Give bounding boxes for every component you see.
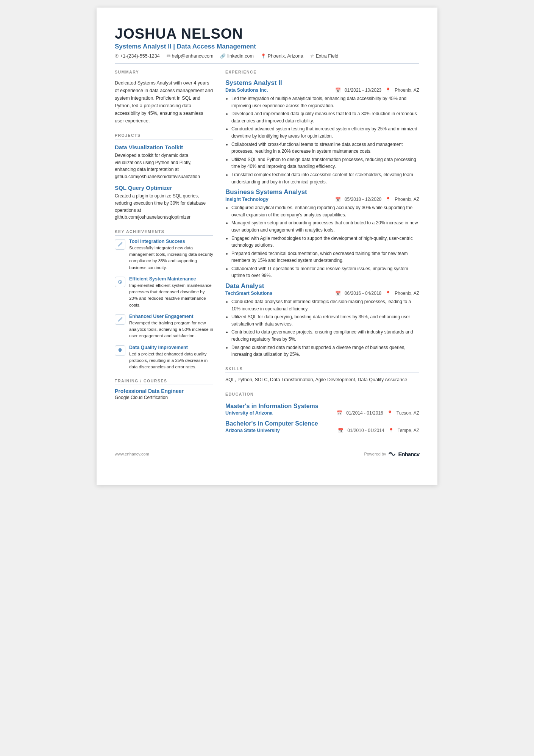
summary-label: SUMMARY <box>115 70 213 76</box>
footer-url: www.enhancv.com <box>115 452 149 456</box>
calendar-icon-edu0: 📅 <box>337 410 342 416</box>
achievement-title-1: Efficient System Maintenance <box>129 276 213 282</box>
exp-title-2: Data Analyst <box>225 282 419 290</box>
achievement-icon-2 <box>115 314 125 325</box>
main-layout: SUMMARY Dedicated Systems Analyst with o… <box>115 70 419 433</box>
exp-dates-loc-1: 📅 05/2018 - 12/2020 📍 Phoenix, AZ <box>335 197 419 202</box>
training-label: TRAINING / COURSES <box>115 379 213 385</box>
exp-title-1: Business Systems Analyst <box>225 188 419 196</box>
achievement-icon-1 <box>115 277 125 287</box>
edu-meta-0: University of Arizona 📅 01/2014 - 01/201… <box>225 410 419 416</box>
brand-name: Enhancv <box>398 451 419 457</box>
education-label: EDUCATION <box>225 392 419 398</box>
email-icon: ✉ <box>167 53 170 59</box>
achievement-item-3: Data Quality Improvement Led a project t… <box>115 345 213 371</box>
experience-item-2: Data Analyst TechSmart Solutions 📅 06/20… <box>225 282 419 358</box>
calendar-icon-2: 📅 <box>335 291 341 296</box>
achievement-desc-3: Led a project that enhanced data quality… <box>129 351 213 371</box>
footer-brand: Powered by Enhancv <box>364 451 419 457</box>
education-item-0: Master's in Information Systems Universi… <box>225 403 419 416</box>
project-item-1: SQL Query Optimizer Created a plugin to … <box>115 185 213 221</box>
experience-item-1: Business Systems Analyst Insight Technol… <box>225 188 419 279</box>
link-icon: 🔗 <box>220 53 226 59</box>
achievement-title-0: Tool Integration Success <box>129 239 213 244</box>
header: JOSHUA NELSON Systems Analyst II | Data … <box>115 26 419 64</box>
bullet: Conducted advanced system testing that i… <box>231 125 419 139</box>
exp-meta-0: Data Solutions Inc. 📅 01/2021 - 10/2023 … <box>225 88 419 93</box>
contact-bar: ✆ +1-(234)-555-1234 ✉ help@enhancv.com 🔗… <box>115 53 419 64</box>
bullet: Utilized SQL and Python to design data t… <box>231 156 419 170</box>
exp-dates-loc-2: 📅 06/2016 - 04/2018 📍 Phoenix, AZ <box>335 291 419 296</box>
contact-extra: ☆ Extra Field <box>310 53 339 59</box>
candidate-title: Systems Analyst II | Data Access Managem… <box>115 43 419 50</box>
achievement-item-1: Efficient System Maintenance Implemented… <box>115 276 213 308</box>
achievement-item-0: Tool Integration Success Successfully in… <box>115 239 213 271</box>
bullet: Led the integration of multiple analytic… <box>231 95 419 109</box>
calendar-icon-edu1: 📅 <box>338 428 344 433</box>
resume-page: JOSHUA NELSON Systems Analyst II | Data … <box>97 8 437 485</box>
brand-logo: Enhancv <box>388 451 419 457</box>
bullet: Conducted data analyses that informed st… <box>231 298 419 312</box>
bullet: Prepared detailed technical documentatio… <box>231 250 419 264</box>
edu-degree-0: Master's in Information Systems <box>225 403 419 410</box>
projects-label: PROJECTS <box>115 133 213 139</box>
loc-icon-2: 📍 <box>385 291 391 296</box>
training-title-0: Professional Data Engineer <box>115 388 213 394</box>
candidate-name: JOSHUA NELSON <box>115 26 419 42</box>
skills-label: SKILLS <box>225 366 419 373</box>
bullet: Contributed to data governance projects,… <box>231 329 419 343</box>
exp-bullets-2: Conducted data analyses that informed st… <box>225 298 419 358</box>
project-desc-0: Developed a toolkit for dynamic data vis… <box>115 152 213 180</box>
achievement-desc-0: Successfully integrated new data managem… <box>129 245 213 271</box>
achievement-title-3: Data Quality Improvement <box>129 345 213 350</box>
training-sub-0: Google Cloud Certification <box>115 395 213 400</box>
exp-title-0: Systems Analyst II <box>225 79 419 87</box>
bullet: Collaborated with IT operations to monit… <box>231 265 419 279</box>
edu-school-1: Arizona State University <box>225 428 280 433</box>
star-icon: ☆ <box>310 53 314 59</box>
calendar-icon-0: 📅 <box>335 88 341 93</box>
exp-meta-2: TechSmart Solutions 📅 06/2016 - 04/2018 … <box>225 291 419 296</box>
edu-dates-loc-0: 📅 01/2014 - 01/2016 📍 Tucson, AZ <box>337 410 419 416</box>
edu-meta-1: Arizona State University 📅 01/2010 - 01/… <box>225 428 419 433</box>
exp-company-1: Insight Technology <box>225 197 269 202</box>
bullet: Designed customized data models that sup… <box>231 344 419 358</box>
bullet: Collaborated with cross-functional teams… <box>231 141 419 155</box>
experience-label: EXPERIENCE <box>225 70 419 76</box>
project-title-0: Data Visualization Toolkit <box>115 144 213 150</box>
phone-icon: ✆ <box>115 53 119 59</box>
calendar-icon-1: 📅 <box>335 197 341 202</box>
achievement-desc-2: Revamped the training program for new an… <box>129 320 213 340</box>
exp-dates-loc-0: 📅 01/2021 - 10/2023 📍 Phoenix, AZ <box>335 88 419 93</box>
achievement-item-2: Enhanced User Engagement Revamped the tr… <box>115 314 213 340</box>
right-column: EXPERIENCE Systems Analyst II Data Solut… <box>225 70 419 433</box>
left-column: SUMMARY Dedicated Systems Analyst with o… <box>115 70 213 433</box>
bullet: Configured analytical modules, enhancing… <box>231 204 419 218</box>
achievement-desc-1: Implemented efficient system maintenance… <box>129 282 213 308</box>
project-desc-1: Created a plugin to optimize SQL queries… <box>115 193 213 221</box>
bullet: Translated complex technical data into a… <box>231 171 419 185</box>
contact-phone: ✆ +1-(234)-555-1234 <box>115 53 160 59</box>
exp-bullets-1: Configured analytical modules, enhancing… <box>225 204 419 279</box>
contact-email: ✉ help@enhancv.com <box>167 53 214 59</box>
edu-school-0: University of Arizona <box>225 410 273 416</box>
loc-icon-edu1: 📍 <box>388 428 394 433</box>
footer: www.enhancv.com Powered by Enhancv <box>115 447 419 457</box>
loc-icon-1: 📍 <box>385 197 391 202</box>
exp-meta-1: Insight Technology 📅 05/2018 - 12/2020 📍… <box>225 197 419 202</box>
bullet: Developed and implemented data quality m… <box>231 110 419 124</box>
bullet: Managed system setup and onboarding proc… <box>231 219 419 233</box>
bullet: Engaged with Agile methodologies to supp… <box>231 235 419 249</box>
summary-text: Dedicated Systems Analyst with over 4 ye… <box>115 79 213 125</box>
achievements-label: KEY ACHIEVEMENTS <box>115 229 213 236</box>
training-item-0: Professional Data Engineer Google Cloud … <box>115 388 213 400</box>
edu-dates-loc-1: 📅 01/2010 - 01/2014 📍 Tempe, AZ <box>338 428 419 433</box>
exp-bullets-0: Led the integration of multiple analytic… <box>225 95 419 185</box>
skills-text: SQL, Python, SDLC, Data Transformation, … <box>225 376 419 383</box>
location-icon: 📍 <box>261 53 266 59</box>
exp-company-2: TechSmart Solutions <box>225 291 272 296</box>
edu-degree-1: Bachelor's in Computer Science <box>225 420 419 427</box>
project-item-0: Data Visualization Toolkit Developed a t… <box>115 144 213 180</box>
achievement-icon-3 <box>115 345 125 356</box>
experience-item-0: Systems Analyst II Data Solutions Inc. 📅… <box>225 79 419 185</box>
